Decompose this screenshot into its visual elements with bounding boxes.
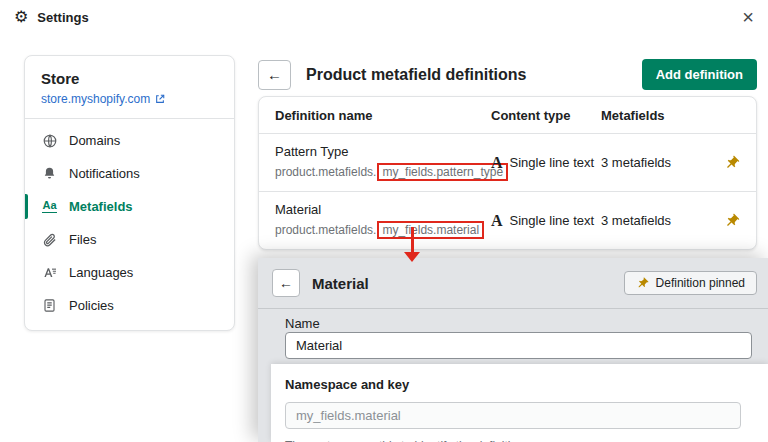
sidebar-item-languages[interactable]: Languages (25, 256, 234, 289)
annotation-highlight-box: my_fields.material (377, 221, 484, 239)
sidebar-item-notifications[interactable]: Notifications (25, 157, 234, 190)
single-line-text-icon: A (491, 155, 503, 171)
table-row-pattern-type[interactable]: Pattern Type product.metafields. my_fiel… (259, 134, 756, 191)
store-heading: Store (25, 56, 234, 89)
metafields-count: 3 metafields (601, 213, 719, 228)
document-icon (41, 297, 58, 314)
annotation-arrow-head (404, 252, 420, 262)
detail-back-button[interactable]: ← (272, 269, 300, 297)
add-definition-button[interactable]: Add definition (642, 59, 757, 90)
sidebar-item-label: Policies (69, 298, 114, 313)
table-row-material[interactable]: Material product.metafields. my_fields.m… (259, 191, 756, 249)
definition-name: Material (275, 202, 491, 217)
detail-header: ← Material Definition pinned (272, 269, 757, 297)
gear-icon: ⚙ (14, 9, 28, 25)
content-type-cell: A Single line text (491, 155, 601, 171)
definitions-table: Definition name Content type Metafields … (258, 96, 757, 250)
definition-name-cell: Material product.metafields. my_fields.m… (275, 202, 491, 239)
store-url-text: store.myshopify.com (41, 92, 150, 106)
topbar-title: Settings (37, 10, 88, 25)
close-button[interactable]: × (742, 7, 754, 27)
sidebar-item-domains[interactable]: Domains (25, 124, 234, 157)
paperclip-icon (41, 231, 58, 248)
main-header: ← Product metafield definitions Add defi… (258, 59, 757, 90)
settings-sidebar: Store store.myshopify.com Domains Notifi… (24, 55, 235, 331)
metafields-count: 3 metafields (601, 155, 719, 170)
page-title: Product metafield definitions (306, 66, 526, 84)
sidebar-item-label: Metafields (69, 199, 133, 214)
content-type-label: Single line text (510, 155, 595, 170)
namespace-input[interactable] (285, 402, 741, 429)
column-header-definition-name: Definition name (275, 108, 491, 123)
sidebar-nav: Domains Notifications Aa Metafields File… (25, 119, 234, 322)
definition-name: Pattern Type (275, 144, 491, 159)
globe-icon (41, 132, 58, 149)
pin-icon (724, 213, 740, 229)
back-arrow-icon: ← (279, 275, 293, 291)
pin-icon (724, 155, 740, 171)
namespace-field-label: Namespace and key (285, 377, 754, 392)
sidebar-item-label: Domains (69, 133, 120, 148)
name-field-label: Name (285, 316, 320, 331)
close-icon: × (742, 6, 754, 28)
table-header-row: Definition name Content type Metafields (259, 97, 756, 134)
sidebar-item-label: Languages (69, 265, 133, 280)
settings-window: ⚙ Settings × Store store.myshopify.com D… (0, 0, 768, 442)
back-button[interactable]: ← (258, 60, 291, 90)
sidebar-item-files[interactable]: Files (25, 223, 234, 256)
key-prefix: product.metafields. (275, 223, 376, 237)
content-type-label: Single line text (510, 213, 595, 228)
annotation-arrow (404, 227, 420, 262)
sidebar-item-metafields[interactable]: Aa Metafields (25, 190, 234, 223)
external-link-icon (155, 94, 165, 104)
definition-key: product.metafields. my_fields.material (275, 221, 491, 239)
detail-title: Material (312, 275, 369, 292)
store-url-link[interactable]: store.myshopify.com (25, 89, 234, 118)
definition-pinned-button[interactable]: Definition pinned (624, 271, 757, 295)
annotation-arrow-line (411, 227, 414, 252)
sidebar-item-label: Files (69, 232, 96, 247)
detail-divider (258, 308, 768, 309)
namespace-section: Namespace and key The system uses this t… (271, 364, 768, 442)
annotation-highlight-box: my_fields.pattern_type (377, 163, 508, 181)
definition-key: product.metafields. my_fields.pattern_ty… (275, 163, 491, 181)
definition-name-cell: Pattern Type product.metafields. my_fiel… (275, 144, 491, 181)
name-input[interactable] (285, 332, 752, 359)
sidebar-item-label: Notifications (69, 166, 140, 181)
single-line-text-icon: A (491, 213, 503, 229)
pin-icon (636, 277, 649, 290)
metafields-icon: Aa (41, 198, 58, 215)
translate-icon (41, 264, 58, 281)
column-header-metafields: Metafields (601, 108, 719, 123)
material-detail-panel: ← Material Definition pinned Name Namesp… (258, 258, 768, 442)
sidebar-item-policies[interactable]: Policies (25, 289, 234, 322)
back-arrow-icon: ← (267, 66, 282, 83)
definition-pinned-label: Definition pinned (656, 276, 745, 290)
column-header-content-type: Content type (491, 108, 601, 123)
topbar: ⚙ Settings × (0, 0, 768, 34)
bell-icon (41, 165, 58, 182)
content-type-cell: A Single line text (491, 213, 601, 229)
key-prefix: product.metafields. (275, 165, 376, 179)
